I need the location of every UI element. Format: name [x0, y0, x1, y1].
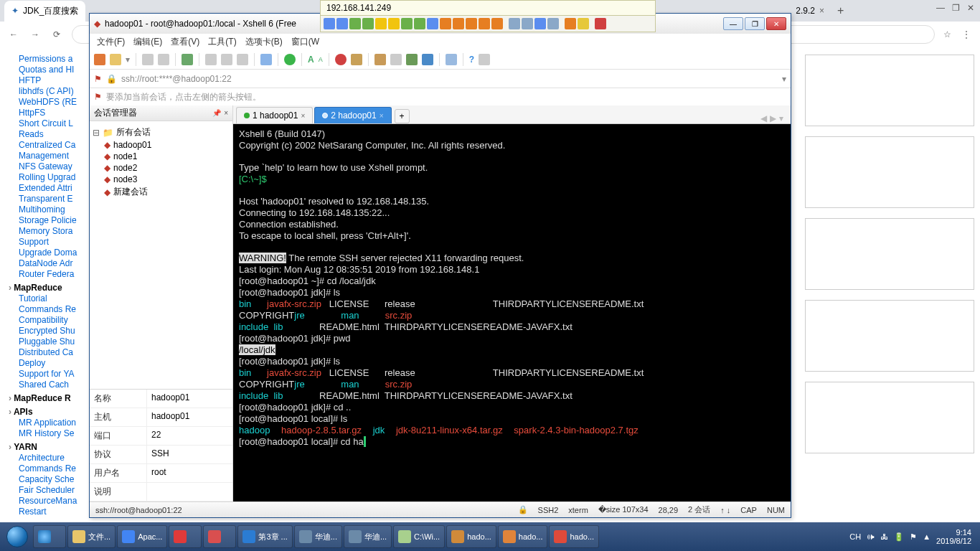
nav-link[interactable]: Permissions a	[4, 54, 87, 65]
session-item-new[interactable]: ◆新建会话	[93, 185, 230, 199]
chevron-down-icon[interactable]: ▾	[782, 74, 786, 84]
taskbar-item[interactable]: C:\Wi...	[393, 525, 445, 548]
taskbar-item[interactable]: 华迪...	[294, 525, 342, 548]
nav-link[interactable]: Upgrade Doma	[4, 248, 87, 258]
taskbar-item[interactable]: Apac...	[117, 525, 167, 548]
tool-icon[interactable]	[324, 18, 335, 29]
nav-link[interactable]: Support for YA	[4, 369, 87, 380]
tray-icon[interactable]: ⚑	[910, 532, 917, 542]
maximize-button[interactable]: ❐	[745, 17, 765, 30]
nav-link[interactable]: Deploy	[4, 358, 87, 369]
nav-link[interactable]: MR Application	[4, 418, 87, 428]
tool-icon[interactable]	[414, 18, 425, 29]
nav-link[interactable]: MR History Se	[4, 428, 87, 439]
nav-link[interactable]: Rolling Upgrad	[4, 172, 87, 183]
pin-icon[interactable]: ⚑	[94, 92, 102, 102]
nav-link[interactable]: Multihoming	[4, 204, 87, 215]
minimize-icon[interactable]: —	[936, 3, 945, 13]
nav-link[interactable]: Encrypted Shu	[4, 326, 87, 336]
xftp-icon[interactable]	[406, 54, 418, 65]
tunnel-icon[interactable]	[374, 54, 386, 65]
session-item-node2[interactable]: ◆node2	[93, 162, 230, 174]
nav-link[interactable]: NFS Gateway	[4, 161, 87, 172]
back-icon[interactable]: ←	[7, 29, 20, 39]
nav-link[interactable]: Compatibility	[4, 315, 87, 326]
nav-link[interactable]: Memory Stora	[4, 226, 87, 237]
nav-link[interactable]: Router Federa	[4, 269, 87, 280]
star-icon[interactable]: ☆	[943, 29, 951, 39]
tool-icon[interactable]	[427, 18, 438, 29]
nav-link[interactable]: ResourceMana	[4, 496, 87, 507]
taskbar-item[interactable]: hado...	[446, 525, 496, 548]
minimize-button[interactable]: —	[723, 17, 743, 30]
taskbar-item[interactable]: 华迪...	[344, 525, 392, 548]
highlight-icon[interactable]	[422, 54, 433, 65]
record-icon[interactable]	[335, 54, 347, 65]
properties-icon[interactable]	[182, 54, 193, 65]
close-icon[interactable]: ✕	[967, 3, 974, 13]
nav-link[interactable]: Management	[4, 151, 87, 161]
close-toolbar-icon[interactable]	[595, 18, 606, 29]
copy-icon[interactable]	[205, 54, 217, 65]
menu-tools[interactable]: 工具(T)	[205, 34, 239, 50]
font-icon[interactable]: A	[308, 55, 314, 65]
terminal[interactable]: Xshell 6 (Build 0147) Copyright (c) 2002…	[233, 124, 791, 501]
taskbar-item[interactable]: 文件...	[67, 525, 116, 548]
nav-link[interactable]: Restart	[4, 507, 87, 517]
close-button[interactable]: ✕	[766, 17, 786, 30]
tool-icon[interactable]	[578, 18, 589, 29]
tool-icon[interactable]	[565, 18, 576, 29]
collapse-icon[interactable]: ⊟	[93, 128, 100, 138]
menu-window[interactable]: 窗口(W	[288, 34, 322, 50]
forward-icon[interactable]: →	[29, 29, 42, 39]
chat-icon[interactable]	[479, 54, 490, 65]
close-icon[interactable]: ×	[819, 6, 824, 16]
nav-link[interactable]: WebHDFS (RE	[4, 97, 87, 108]
nav-link[interactable]: Shared Cach	[4, 380, 87, 390]
tool-icon[interactable]	[466, 18, 477, 29]
tool-icon[interactable]	[336, 18, 348, 29]
find-icon[interactable]	[237, 54, 248, 65]
nav-link[interactable]: DataNode Adr	[4, 258, 87, 269]
start-button[interactable]	[3, 525, 32, 548]
tab-list-icon[interactable]: ▾	[779, 113, 783, 123]
reload-icon[interactable]: ⟳	[50, 29, 63, 39]
nav-link[interactable]: Support	[4, 237, 87, 248]
tool-icon[interactable]	[401, 18, 413, 29]
nav-link[interactable]: Transparent E	[4, 194, 87, 204]
nav-link[interactable]: Tutorial	[4, 293, 87, 304]
taskbar-item[interactable]: hado...	[498, 525, 548, 548]
browser-tab-jdk[interactable]: ✦ JDK_百度搜索	[4, 1, 85, 22]
nav-link[interactable]: Reads	[4, 129, 87, 140]
nav-link[interactable]: Architecture	[4, 453, 87, 463]
tree-root[interactable]: ⊟ 📁 所有会话	[93, 126, 230, 139]
menu-view[interactable]: 查看(V)	[168, 34, 202, 50]
help-icon[interactable]: ?	[469, 55, 474, 65]
taskbar-ie[interactable]	[33, 525, 66, 548]
tab-next-icon[interactable]: ▶	[770, 113, 776, 123]
terminal-tab-1[interactable]: 1 hadoop01 ×	[236, 107, 313, 123]
tool-icon[interactable]	[534, 18, 546, 29]
taskbar-item[interactable]: 第3章 ...	[237, 525, 292, 548]
address-input[interactable]	[121, 74, 778, 84]
menu-edit[interactable]: 编辑(E)	[131, 34, 165, 50]
paste-icon[interactable]	[221, 54, 232, 65]
tray-icon[interactable]: 🕪	[867, 532, 875, 541]
nav-link[interactable]: Storage Policie	[4, 215, 87, 226]
add-tab-button[interactable]: +	[395, 109, 410, 123]
tray-icon[interactable]: ▲	[923, 532, 930, 541]
tool-icon[interactable]	[390, 54, 402, 65]
nav-link[interactable]: Centralized Ca	[4, 140, 87, 151]
new-tab-button[interactable]: +	[831, 1, 849, 20]
color-icon[interactable]	[284, 54, 296, 65]
tray-icon[interactable]: 🖧	[880, 532, 888, 541]
menu-icon[interactable]: ⋮	[960, 29, 973, 39]
taskbar-item[interactable]	[169, 525, 202, 548]
taskbar-item[interactable]	[203, 525, 236, 548]
tool-icon[interactable]	[388, 18, 400, 29]
nav-link[interactable]: Extended Attri	[4, 183, 87, 194]
close-icon[interactable]: ×	[380, 112, 384, 120]
terminal-tab-2[interactable]: 2 hadoop01 ×	[314, 107, 391, 123]
disconnect-icon[interactable]	[158, 54, 169, 65]
clock[interactable]: 9:14 2019/8/12	[936, 528, 971, 545]
